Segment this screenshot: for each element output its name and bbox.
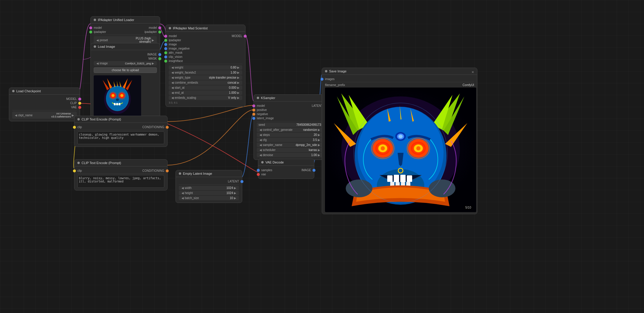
port-ks-pos-in: positive bbox=[257, 108, 323, 112]
vae-decode-header: VAE Decode bbox=[258, 159, 314, 166]
port-image-out: IMAGE bbox=[94, 53, 157, 56]
clip-encode-pos-header: CLIP Text Encode (Prompt) bbox=[74, 116, 167, 123]
cfg-param[interactable]: ◀ cfg 3.5 ▶ bbox=[257, 138, 323, 142]
ksampler-node: KSampler model LATENT positive negative … bbox=[254, 94, 326, 160]
svg-point-55 bbox=[398, 135, 403, 138]
port-model-out: MODEL bbox=[12, 97, 77, 101]
steps-param[interactable]: ◀ steps 20 ▶ bbox=[257, 133, 323, 137]
clip-text-encode-neg-node: CLIP Text Encode (Prompt) clip CONDITION… bbox=[74, 159, 168, 190]
port-ms-image-in: image bbox=[169, 43, 242, 46]
width-param[interactable]: ◀ width 1024 ▶ bbox=[179, 186, 239, 190]
seed-param[interactable]: seed 784500862499173 bbox=[257, 123, 323, 127]
end-at-param[interactable]: ◀ end_at 1.000 ▶ bbox=[169, 90, 242, 95]
save-image-close[interactable]: ✕ bbox=[471, 70, 474, 74]
port-model-out-connector bbox=[158, 26, 161, 29]
save-image-preview: 5/10 bbox=[325, 88, 476, 212]
port-ipadapter-in: ipadapter ipadapter bbox=[94, 30, 157, 34]
image-param[interactable]: ◀ image ComfyUI_31823_.png ▶ bbox=[94, 61, 157, 66]
load-checkpoint-node: Load Checkpoint MODEL CLIP VAE ◀ ckpt_na… bbox=[9, 88, 80, 121]
port-ms-ipadapter-in: ipadapter bbox=[169, 39, 242, 42]
clip-text-encode-pos-node: CLIP Text Encode (Prompt) clip CONDITION… bbox=[74, 116, 168, 147]
control-after-param[interactable]: ◀ control_after_generate randomize ▶ bbox=[257, 128, 323, 132]
port-si-images-in: images bbox=[325, 77, 474, 81]
svg-rect-47 bbox=[400, 175, 406, 182]
positive-prompt-field[interactable]: closeup, glowing fluorescent warhammer d… bbox=[77, 131, 164, 144]
port-ks-latent-in: latent_image bbox=[257, 117, 323, 120]
port-clip-out: CLIP bbox=[12, 101, 77, 105]
image-preview bbox=[94, 75, 141, 117]
ipadapter-mad-scientist-header: IPAdapter Mad Scientist bbox=[166, 25, 245, 32]
port-vae-out bbox=[78, 106, 81, 109]
svg-point-10 bbox=[120, 94, 123, 97]
ipadapter-mad-scientist-node: IPAdapter Mad Scientist model MODEL ipad… bbox=[165, 25, 246, 107]
svg-rect-45 bbox=[387, 175, 393, 182]
node-status-dot bbox=[77, 162, 80, 164]
node-status-dot bbox=[325, 70, 327, 72]
negative-prompt-field[interactable]: blurry, noisy, messy, lowres, jpeg, arti… bbox=[77, 175, 164, 188]
port-ms-image-neg-in: image_negative bbox=[169, 47, 242, 50]
embeds-scaling-param[interactable]: ◀ embeds_scaling V only ▶ bbox=[169, 96, 242, 100]
weight-type-param[interactable]: ◀ weight_type style transfer precise ▶ bbox=[169, 75, 242, 80]
load-image-header: Load Image bbox=[91, 43, 160, 50]
svg-rect-12 bbox=[114, 103, 116, 105]
svg-point-11 bbox=[116, 98, 119, 101]
ksampler-header: KSampler bbox=[254, 95, 326, 101]
vae-decode-node: VAE Decode samples IMAGE vae bbox=[258, 159, 314, 179]
load-checkpoint-header: Load Checkpoint bbox=[9, 88, 80, 95]
port-ms-model-in: model MODEL bbox=[169, 34, 242, 38]
save-image-header: Save Image ✕ bbox=[322, 68, 477, 75]
ckpt-name-param[interactable]: ◀ ckpt_name Art Universe v3.0.safetensor… bbox=[12, 112, 77, 119]
ms-info: 3:3, 6:1 bbox=[169, 101, 242, 105]
port-ipadapter-connector bbox=[89, 31, 92, 34]
height-param[interactable]: ◀ height 1024 ▶ bbox=[179, 191, 239, 195]
port-mask-out-connector bbox=[158, 57, 161, 60]
load-checkpoint-title: Load Checkpoint bbox=[16, 89, 41, 93]
save-image-title: Save Image bbox=[329, 69, 347, 73]
svg-point-9 bbox=[111, 94, 114, 97]
node-status-dot bbox=[12, 90, 15, 92]
node-status-dot bbox=[257, 97, 259, 99]
ipadapter-loader-header: IPAdapter Unified Loader bbox=[91, 17, 160, 23]
weight-faceid-param[interactable]: ◀ weight_faceidv2 1.00 ▶ bbox=[169, 70, 242, 75]
batch-size-param[interactable]: ◀ batch_size 10 ▶ bbox=[179, 196, 239, 200]
svg-rect-14 bbox=[119, 103, 120, 105]
denoise-param[interactable]: ◀ denoise 1.00 ▶ bbox=[257, 153, 323, 157]
port-mask-out: MASK bbox=[94, 57, 157, 60]
node-status-dot bbox=[94, 19, 96, 21]
port-vd-vae-in: vae bbox=[261, 173, 311, 176]
port-ms-attn-in: attn_mask bbox=[169, 51, 242, 54]
weight-param[interactable]: ◀ weight 0.80 ▶ bbox=[169, 65, 242, 70]
sampler-name-param[interactable]: ◀ sampler_name dpmpp_2m_sde ▶ bbox=[257, 143, 323, 147]
clip-encode-neg-header: CLIP Text Encode (Prompt) bbox=[74, 160, 167, 166]
port-model-in: model model bbox=[94, 26, 157, 29]
ipadapter-loader-title: IPAdapter Unified Loader bbox=[98, 18, 134, 22]
svg-rect-13 bbox=[116, 103, 118, 105]
filename-prefix-row: filename_prefix ComfyUI bbox=[325, 83, 474, 87]
node-status-dot bbox=[169, 27, 171, 29]
choose-upload-button[interactable]: choose file to upload bbox=[94, 67, 157, 73]
node-status-dot bbox=[261, 161, 264, 163]
node-status-dot bbox=[77, 118, 80, 120]
node-status-dot bbox=[94, 45, 96, 48]
port-ks-neg-in: negative bbox=[257, 112, 323, 116]
port-vd-samples-in: samples IMAGE bbox=[261, 169, 311, 172]
port-el-latent-out: LATENT bbox=[179, 180, 239, 183]
svg-point-40 bbox=[416, 146, 420, 150]
clip-encode-pos-title: CLIP Text Encode (Prompt) bbox=[82, 117, 121, 121]
port-image-out-connector bbox=[158, 53, 161, 56]
port-ipadapter-out-connector bbox=[158, 31, 161, 34]
scheduler-param[interactable]: ◀ scheduler karras ▶ bbox=[257, 148, 323, 152]
port-model-connector bbox=[89, 26, 92, 29]
port-ks-model-in: model LATENT bbox=[257, 104, 323, 107]
port-clip-pos-in: clip CONDITIONING bbox=[77, 125, 164, 129]
empty-latent-image-node: Empty Latent Image LATENT ◀ width 1024 ▶… bbox=[176, 170, 242, 203]
image-counter: 5/10 bbox=[464, 205, 473, 210]
node-status-dot bbox=[179, 172, 181, 175]
port-ms-clip-in: clip_vision bbox=[169, 55, 242, 58]
combine-embeds-param[interactable]: ◀ combine_embeds concat ▶ bbox=[169, 80, 242, 85]
clip-encode-neg-title: CLIP Text Encode (Prompt) bbox=[82, 161, 121, 165]
save-image-node: Save Image ✕ images filename_prefix Comf… bbox=[322, 68, 477, 214]
ksampler-title: KSampler bbox=[261, 96, 275, 100]
start-at-param[interactable]: ◀ start_at 0.000 ▶ bbox=[169, 85, 242, 90]
port-ms-insightface-in: insightface bbox=[169, 59, 242, 63]
